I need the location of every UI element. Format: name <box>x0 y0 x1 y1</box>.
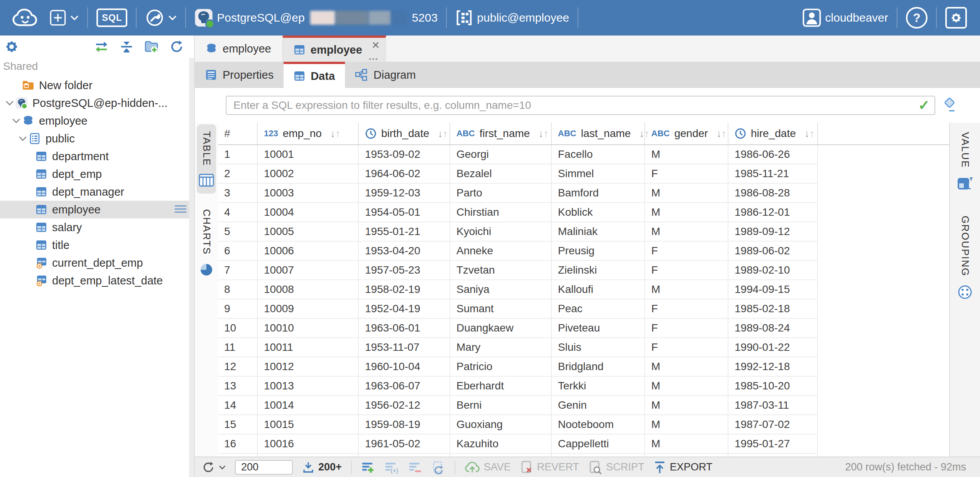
cell-r14-birth_date[interactable]: 1956-02-12 <box>359 396 450 415</box>
link-editor-button[interactable] <box>94 40 109 53</box>
cell-r16-last_name[interactable]: Cappelletti <box>552 435 645 454</box>
cell-r3-birth_date[interactable]: 1959-12-03 <box>359 184 450 203</box>
sort-arrows-icon[interactable]: ↓↑ <box>716 128 727 140</box>
cell-r2-emp_no[interactable]: 10002 <box>258 164 359 184</box>
cell-r11-birth_date[interactable]: 1953-11-07 <box>359 338 450 357</box>
cell-r7-first_name[interactable]: Tzvetan <box>450 261 552 280</box>
save-button[interactable]: SAVE <box>465 461 511 474</box>
revert-cell-button[interactable] <box>431 460 445 474</box>
cell-r16-hire_date[interactable]: 1995-01-27 <box>728 435 818 454</box>
cell-r14-hire_date[interactable]: 1987-03-11 <box>728 396 818 415</box>
cell-r11-emp_no[interactable]: 10011 <box>258 338 359 357</box>
cell-r7-index[interactable]: 7 <box>218 261 258 280</box>
tree-item-dept-emp[interactable]: dept_emp <box>0 165 194 183</box>
cell-r6-index[interactable]: 6 <box>218 242 258 261</box>
cell-r16-birth_date[interactable]: 1961-05-02 <box>359 435 450 454</box>
cell-r13-gender[interactable]: M <box>645 377 728 396</box>
tab-menu-dots-icon[interactable]: … <box>368 51 379 63</box>
cell-r16-gender[interactable]: M <box>645 435 728 454</box>
cell-r11-first_name[interactable]: Mary <box>450 338 552 357</box>
tools-menu-button[interactable] <box>140 0 182 36</box>
cell-r6-first_name[interactable]: Anneke <box>450 242 552 261</box>
tree-expand-toggle[interactable] <box>10 118 22 123</box>
cell-r6-birth_date[interactable]: 1953-04-20 <box>359 242 450 261</box>
cell-r1-last_name[interactable]: Facello <box>552 145 645 164</box>
cell-r6-last_name[interactable]: Preusig <box>552 242 645 261</box>
tree-item-new-folder[interactable]: New folder <box>0 76 194 94</box>
add-row-button[interactable] <box>361 461 375 474</box>
column-header-index[interactable]: # <box>218 123 258 144</box>
editor-tab-employee-active[interactable]: employee✕… <box>283 36 386 62</box>
cell-r10-first_name[interactable]: Duangkaew <box>450 319 552 338</box>
subtab-diagram[interactable]: Diagram <box>345 62 426 88</box>
cell-r10-hire_date[interactable]: 1989-08-24 <box>728 319 818 338</box>
cell-r14-index[interactable]: 14 <box>218 396 258 415</box>
tree-item-postgresql-ep-hidden-[interactable]: PostgreSQL@ep-hidden-... <box>0 94 194 112</box>
cell-r4-first_name[interactable]: Chirstian <box>450 203 552 222</box>
cell-r14-first_name[interactable]: Berni <box>450 396 552 415</box>
column-header-emp_no[interactable]: 123emp_no↓↑ <box>258 123 359 144</box>
subtab-data[interactable]: Data <box>284 62 345 88</box>
refresh-tree-button[interactable] <box>169 39 184 54</box>
tree-item-employee[interactable]: employee <box>0 112 194 130</box>
connection-selector[interactable]: PostgreSQL@ep 5203 <box>189 0 443 36</box>
tree-item-salary[interactable]: salary <box>0 218 194 236</box>
presentation-tab-charts[interactable]: CHARTS <box>198 202 215 283</box>
cell-r3-index[interactable]: 3 <box>218 184 258 203</box>
cell-r5-index[interactable]: 5 <box>218 222 258 242</box>
tree-item-dept-emp-latest-date[interactable]: dept_emp_latest_date <box>0 272 194 289</box>
cell-r16-index[interactable]: 16 <box>218 435 258 454</box>
cell-r1-hire_date[interactable]: 1986-06-26 <box>728 145 818 164</box>
column-header-hire_date[interactable]: hire_date↓↑ <box>728 123 818 144</box>
cell-r3-hire_date[interactable]: 1986-08-28 <box>728 184 818 203</box>
cell-r8-hire_date[interactable]: 1994-09-15 <box>728 280 818 299</box>
fetch-size-input[interactable] <box>235 460 293 475</box>
script-button[interactable]: SCRIPT <box>588 460 644 474</box>
cell-r6-emp_no[interactable]: 10006 <box>258 242 359 261</box>
column-header-last_name[interactable]: ABClast_name↓↑ <box>552 123 645 144</box>
panel-tab-value[interactable]: VALUE <box>955 128 975 195</box>
cell-r2-last_name[interactable]: Simmel <box>552 164 645 184</box>
new-connection-button[interactable] <box>44 0 84 36</box>
user-menu-button[interactable]: cloudbeaver <box>797 0 894 36</box>
tree-item-menu-handle[interactable] <box>174 205 187 214</box>
tree-item-department[interactable]: department <box>0 147 194 165</box>
sort-arrows-icon[interactable]: ↓↑ <box>438 128 448 140</box>
tree-item-current-dept-emp[interactable]: current_dept_emp <box>0 254 194 272</box>
cell-r11-hire_date[interactable]: 1990-01-22 <box>728 338 818 357</box>
subtab-properties[interactable]: Properties <box>195 62 284 88</box>
cell-r3-last_name[interactable]: Bamford <box>552 184 645 203</box>
cell-r4-last_name[interactable]: Koblick <box>552 203 645 222</box>
tree-item-employee[interactable]: employee <box>0 201 194 218</box>
cell-r9-last_name[interactable]: Peac <box>552 299 645 319</box>
cell-r7-gender[interactable]: F <box>645 261 728 280</box>
cell-r15-last_name[interactable]: Nooteboom <box>552 415 645 435</box>
cell-r1-gender[interactable]: M <box>645 145 728 164</box>
cell-r4-index[interactable]: 4 <box>218 203 258 222</box>
tree-expand-toggle[interactable] <box>4 100 15 106</box>
cell-r9-hire_date[interactable]: 1985-02-18 <box>728 299 818 319</box>
filter-input[interactable] <box>226 99 918 112</box>
cell-r5-emp_no[interactable]: 10005 <box>258 222 359 242</box>
duplicate-row-button[interactable]: (+) <box>384 461 399 474</box>
cell-r11-gender[interactable]: F <box>645 338 728 357</box>
cell-r7-birth_date[interactable]: 1957-05-23 <box>359 261 450 280</box>
cell-r14-last_name[interactable]: Genin <box>552 396 645 415</box>
refresh-results-button[interactable] <box>202 461 226 474</box>
help-button[interactable]: ? <box>901 0 933 36</box>
delete-row-button[interactable] <box>408 461 422 474</box>
column-header-first_name[interactable]: ABCfirst_name↓↑ <box>450 123 552 144</box>
sql-editor-button[interactable]: SQL <box>91 0 133 36</box>
sort-arrows-icon[interactable]: ↓↑ <box>538 128 548 140</box>
column-header-birth_date[interactable]: birth_date↓↑ <box>359 123 450 144</box>
cell-r2-first_name[interactable]: Bezalel <box>450 164 552 184</box>
cell-r13-emp_no[interactable]: 10013 <box>258 377 359 396</box>
cell-r11-last_name[interactable]: Sluis <box>552 338 645 357</box>
cell-r5-hire_date[interactable]: 1989-09-12 <box>728 222 818 242</box>
close-tab-icon[interactable]: ✕ <box>372 39 380 51</box>
cell-r7-hire_date[interactable]: 1989-02-10 <box>728 261 818 280</box>
cell-r12-gender[interactable]: M <box>645 357 728 377</box>
cell-r11-index[interactable]: 11 <box>218 338 258 357</box>
revert-button[interactable]: REVERT <box>520 460 579 474</box>
sort-arrows-icon[interactable]: ↓↑ <box>330 128 340 140</box>
